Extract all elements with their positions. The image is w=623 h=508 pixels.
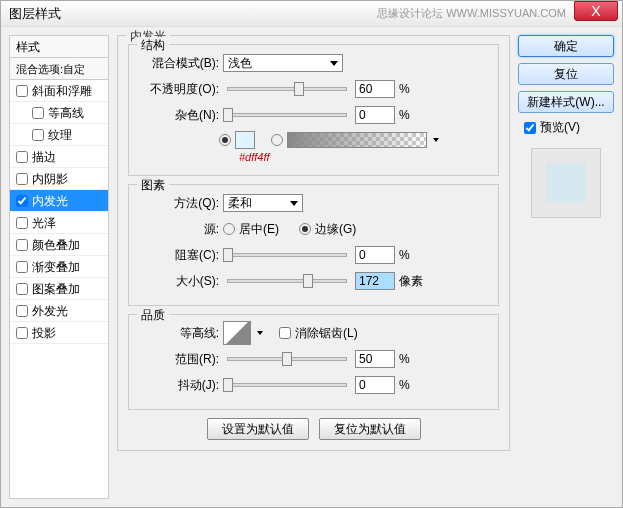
source-label: 源:	[139, 221, 219, 238]
sidebar-item-satin[interactable]: 光泽	[10, 212, 108, 234]
sidebar-item-bevel[interactable]: 斜面和浮雕	[10, 80, 108, 102]
cancel-button[interactable]: 复位	[518, 63, 614, 85]
gradient-dropdown-icon[interactable]	[433, 138, 439, 142]
preview-box	[531, 148, 601, 218]
size-row: 大小(S): 像素	[139, 271, 488, 291]
source-row: 源: 居中(E) 边缘(G)	[139, 219, 488, 239]
slider-thumb[interactable]	[282, 352, 292, 366]
opacity-slider[interactable]	[227, 87, 347, 91]
slider-thumb[interactable]	[303, 274, 313, 288]
titlebar: 图层样式 思缘设计论坛 WWW.MISSYUAN.COM X	[1, 1, 622, 27]
sidebar-item-coloroverlay[interactable]: 颜色叠加	[10, 234, 108, 256]
sidebar-item-contour[interactable]: 等高线	[10, 102, 108, 124]
sidebar-item-outerglow[interactable]: 外发光	[10, 300, 108, 322]
technique-row: 方法(Q): 柔和	[139, 193, 488, 213]
outerglow-check[interactable]	[16, 305, 28, 317]
stroke-check[interactable]	[16, 151, 28, 163]
sidebar-item-stroke[interactable]: 描边	[10, 146, 108, 168]
sidebar-item-texture[interactable]: 纹理	[10, 124, 108, 146]
sidebar-item-dropshadow[interactable]: 投影	[10, 322, 108, 344]
color-swatch[interactable]	[235, 131, 255, 149]
sidebar-item-innerglow[interactable]: 内发光	[10, 190, 108, 212]
choke-row: 阻塞(C): %	[139, 245, 488, 265]
opacity-input[interactable]	[355, 80, 395, 98]
slider-thumb[interactable]	[294, 82, 304, 96]
bevel-check[interactable]	[16, 85, 28, 97]
gradient-swatch[interactable]	[287, 132, 427, 148]
noise-input[interactable]	[355, 106, 395, 124]
size-slider[interactable]	[227, 279, 347, 283]
gradient-radio[interactable]	[271, 134, 283, 146]
innerglow-fieldset: 内发光 结构 混合模式(B): 浅色 不透明度(O): %	[117, 35, 510, 451]
dropdown-arrow-icon	[290, 201, 298, 206]
contour-dropdown-icon[interactable]	[257, 331, 263, 335]
sidebar-item-gradientoverlay[interactable]: 渐变叠加	[10, 256, 108, 278]
close-button[interactable]: X	[574, 1, 618, 21]
sidebar-item-innershadow[interactable]: 内阴影	[10, 168, 108, 190]
size-label: 大小(S):	[139, 273, 219, 290]
structure-legend: 结构	[137, 37, 169, 54]
gradientoverlay-check[interactable]	[16, 261, 28, 273]
opacity-row: 不透明度(O): %	[139, 79, 488, 99]
size-input[interactable]	[355, 272, 395, 290]
patternoverlay-check[interactable]	[16, 283, 28, 295]
technique-dropdown[interactable]: 柔和	[223, 194, 303, 212]
ok-button[interactable]: 确定	[518, 35, 614, 57]
color-row	[139, 131, 488, 149]
sidebar-subheader[interactable]: 混合选项:自定	[10, 58, 108, 80]
noise-slider[interactable]	[227, 113, 347, 117]
layer-style-dialog: 图层样式 思缘设计论坛 WWW.MISSYUAN.COM X 样式 混合选项:自…	[0, 0, 623, 508]
blendmode-row: 混合模式(B): 浅色	[139, 53, 488, 73]
coloroverlay-check[interactable]	[16, 239, 28, 251]
slider-thumb[interactable]	[223, 248, 233, 262]
preview-checkbox[interactable]: 预览(V)	[518, 119, 614, 136]
contour-swatch[interactable]	[223, 321, 251, 345]
sidebar-item-patternoverlay[interactable]: 图案叠加	[10, 278, 108, 300]
preview-inner	[546, 163, 586, 203]
range-input[interactable]	[355, 350, 395, 368]
texture-check[interactable]	[32, 129, 44, 141]
choke-input[interactable]	[355, 246, 395, 264]
sidebar-header[interactable]: 样式	[10, 36, 108, 58]
technique-label: 方法(Q):	[139, 195, 219, 212]
window-title: 图层样式	[9, 5, 61, 23]
range-row: 范围(R): %	[139, 349, 488, 369]
dropdown-arrow-icon	[330, 61, 338, 66]
contour-check[interactable]	[32, 107, 44, 119]
right-column: 确定 复位 新建样式(W)... 预览(V)	[518, 35, 614, 499]
titlebar-right: 思缘设计论坛 WWW.MISSYUAN.COM X	[377, 6, 622, 21]
quality-fieldset: 品质 等高线: 消除锯齿(L) 范围(R): %	[128, 314, 499, 410]
elements-fieldset: 图素 方法(Q): 柔和 源: 居中(E) 边缘(G)	[128, 184, 499, 306]
color-radio[interactable]	[219, 134, 231, 146]
blendmode-dropdown[interactable]: 浅色	[223, 54, 343, 72]
antialias-checkbox[interactable]: 消除锯齿(L)	[279, 325, 358, 342]
slider-thumb[interactable]	[223, 378, 233, 392]
styles-sidebar: 样式 混合选项:自定 斜面和浮雕 等高线 纹理 描边 内阴影 内发光 光泽 颜色…	[9, 35, 109, 499]
blendmode-label: 混合模式(B):	[139, 55, 219, 72]
content: 样式 混合选项:自定 斜面和浮雕 等高线 纹理 描边 内阴影 内发光 光泽 颜色…	[1, 27, 622, 507]
satin-check[interactable]	[16, 217, 28, 229]
opacity-label: 不透明度(O):	[139, 81, 219, 98]
main: 内发光 结构 混合模式(B): 浅色 不透明度(O): %	[117, 35, 614, 499]
jitter-slider[interactable]	[227, 383, 347, 387]
watermark: 思缘设计论坛 WWW.MISSYUAN.COM	[377, 6, 566, 21]
reset-default-button[interactable]: 复位为默认值	[319, 418, 421, 440]
set-default-button[interactable]: 设置为默认值	[207, 418, 309, 440]
contour-row: 等高线: 消除锯齿(L)	[139, 323, 488, 343]
slider-thumb[interactable]	[223, 108, 233, 122]
choke-slider[interactable]	[227, 253, 347, 257]
default-buttons-row: 设置为默认值 复位为默认值	[128, 418, 499, 440]
jitter-row: 抖动(J): %	[139, 375, 488, 395]
jitter-label: 抖动(J):	[139, 377, 219, 394]
dropshadow-check[interactable]	[16, 327, 28, 339]
new-style-button[interactable]: 新建样式(W)...	[518, 91, 614, 113]
innershadow-check[interactable]	[16, 173, 28, 185]
contour-label: 等高线:	[139, 325, 219, 342]
noise-label: 杂色(N):	[139, 107, 219, 124]
range-slider[interactable]	[227, 357, 347, 361]
source-center-radio[interactable]	[223, 223, 235, 235]
innerglow-check[interactable]	[16, 195, 28, 207]
source-edge-radio[interactable]	[299, 223, 311, 235]
jitter-input[interactable]	[355, 376, 395, 394]
center-panel: 内发光 结构 混合模式(B): 浅色 不透明度(O): %	[117, 35, 510, 499]
